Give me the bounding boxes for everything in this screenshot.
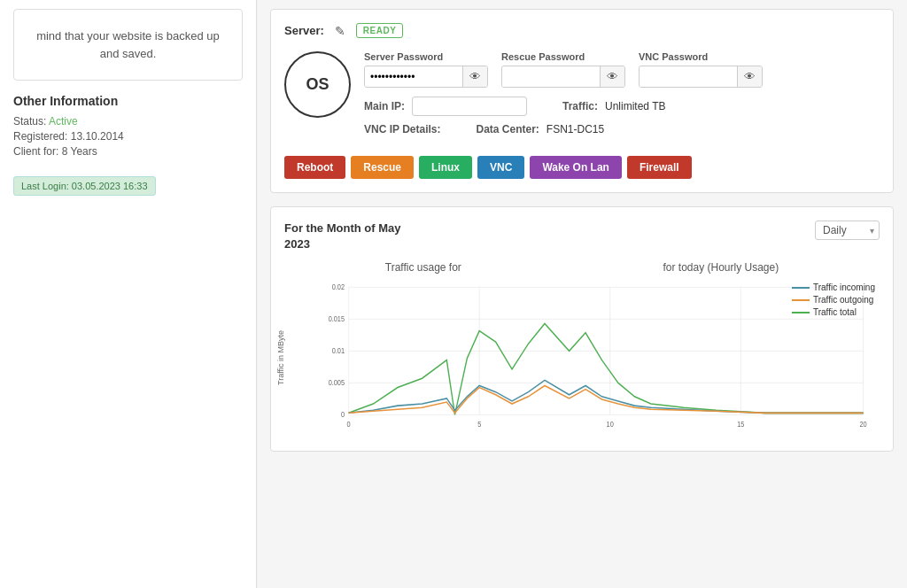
reboot-button[interactable]: Reboot bbox=[284, 156, 345, 179]
datacenter-label: Data Center: bbox=[476, 123, 539, 135]
traffic-value: Unlimited TB bbox=[605, 100, 665, 112]
chart-legend: Traffic incoming Traffic outgoing Traffi… bbox=[792, 282, 875, 320]
vnc-button[interactable]: VNC bbox=[477, 156, 524, 179]
svg-text:5: 5 bbox=[477, 421, 482, 429]
os-icon: OS bbox=[284, 51, 351, 118]
traffic-label: Traffic: bbox=[562, 100, 598, 112]
last-login-badge: Last Login: 03.05.2023 16:33 bbox=[13, 176, 156, 196]
legend-incoming: Traffic incoming bbox=[792, 282, 875, 292]
chart-wrapper: Traffic in MByte 0.02 bbox=[284, 278, 880, 437]
server-label: Server: bbox=[284, 24, 324, 37]
svg-text:0: 0 bbox=[341, 412, 345, 420]
password-fields-row: Server Password 👁 Rescue Password 👁 bbox=[364, 51, 880, 88]
main-ip-item: Main IP: bbox=[364, 97, 527, 116]
period-select[interactable]: Daily Weekly Monthly bbox=[815, 220, 880, 240]
server-password-eye-btn[interactable]: 👁 bbox=[462, 66, 487, 87]
svg-text:0.005: 0.005 bbox=[329, 379, 345, 387]
svg-text:0.02: 0.02 bbox=[332, 283, 345, 291]
registered-value: 13.10.2014 bbox=[71, 130, 124, 143]
server-fields: Server Password 👁 Rescue Password 👁 bbox=[364, 51, 880, 143]
wol-button[interactable]: Wake On Lan bbox=[530, 156, 622, 179]
svg-text:0.01: 0.01 bbox=[332, 347, 345, 355]
registered-label: Registered: bbox=[13, 130, 67, 143]
total-legend-label: Traffic total bbox=[813, 307, 857, 317]
vnc-password-label: VNC Password bbox=[639, 51, 763, 62]
rescue-password-label: Rescue Password bbox=[501, 51, 625, 62]
legend-total: Traffic total bbox=[792, 307, 875, 317]
legend-outgoing: Traffic outgoing bbox=[792, 295, 875, 305]
action-buttons: Reboot Rescue Linux VNC Wake On Lan Fire… bbox=[284, 156, 880, 179]
traffic-item: Traffic: Unlimited TB bbox=[562, 100, 665, 112]
vnc-password-group: VNC Password 👁 bbox=[639, 51, 763, 88]
main-ip-field[interactable] bbox=[412, 97, 527, 116]
svg-text:0: 0 bbox=[347, 421, 352, 429]
client-label: Client for: bbox=[13, 145, 58, 158]
vnc-password-input[interactable] bbox=[640, 67, 737, 87]
other-info-heading: Other Information bbox=[13, 94, 243, 108]
svg-text:20: 20 bbox=[859, 421, 867, 429]
rescue-button[interactable]: Rescue bbox=[351, 156, 414, 179]
total-color-dot bbox=[792, 312, 810, 313]
firewall-button[interactable]: Firewall bbox=[627, 156, 692, 179]
vnc-ip-item: VNC IP Details: bbox=[364, 123, 440, 135]
ready-badge: READY bbox=[356, 23, 404, 38]
datacenter-item: Data Center: FSN1-DC15 bbox=[476, 123, 604, 135]
outgoing-legend-label: Traffic outgoing bbox=[813, 295, 873, 305]
vnc-password-input-wrap: 👁 bbox=[639, 66, 763, 88]
chart-title: For the Month of May 2023 bbox=[284, 220, 400, 252]
incoming-color-dot bbox=[792, 287, 810, 289]
period-select-wrap: Daily Weekly Monthly bbox=[815, 220, 880, 240]
rescue-password-input-wrap: 👁 bbox=[501, 66, 625, 88]
server-details-row: OS Server Password 👁 Rescue Password bbox=[284, 51, 880, 143]
registered-row: Registered: 13.10.2014 bbox=[13, 130, 243, 143]
chart-subtitles: Traffic usage for for today (Hourly Usag… bbox=[284, 261, 880, 274]
svg-text:10: 10 bbox=[607, 421, 615, 429]
chart-card: For the Month of May 2023 Daily Weekly M… bbox=[270, 206, 894, 452]
vnc-password-eye-btn[interactable]: 👁 bbox=[737, 66, 762, 87]
ip-traffic-row: Main IP: Traffic: Unlimited TB bbox=[364, 97, 880, 116]
rescue-password-eye-btn[interactable]: 👁 bbox=[600, 66, 624, 87]
server-password-input-wrap: 👁 bbox=[364, 66, 488, 88]
chart-header: For the Month of May 2023 Daily Weekly M… bbox=[284, 220, 880, 252]
outgoing-color-dot bbox=[792, 299, 810, 301]
status-value: Active bbox=[49, 115, 78, 128]
status-label: Status: bbox=[13, 115, 46, 128]
datacenter-value: FSN1-DC15 bbox=[547, 123, 604, 135]
vnc-ip-label: VNC IP Details: bbox=[364, 123, 440, 135]
main-ip-label: Main IP: bbox=[364, 100, 405, 112]
other-info-section: Other Information Status: Active Registe… bbox=[13, 94, 243, 158]
server-header: Server: ✎ READY bbox=[284, 23, 880, 38]
svg-text:0.015: 0.015 bbox=[329, 315, 345, 323]
edit-icon[interactable]: ✎ bbox=[335, 24, 345, 38]
client-value: 8 Years bbox=[62, 145, 97, 158]
backup-note: mind that your website is backed up and … bbox=[13, 9, 243, 81]
server-password-label: Server Password bbox=[364, 51, 488, 62]
rescue-password-group: Rescue Password 👁 bbox=[501, 51, 625, 88]
server-password-input[interactable] bbox=[365, 67, 462, 87]
client-row: Client for: 8 Years bbox=[13, 145, 243, 158]
incoming-legend-label: Traffic incoming bbox=[813, 282, 875, 292]
server-card: Server: ✎ READY OS Server Password 👁 bbox=[270, 9, 894, 193]
chart-subtitle-right: for today (Hourly Usage) bbox=[663, 261, 779, 274]
main-content: Server: ✎ READY OS Server Password 👁 bbox=[257, 0, 907, 588]
rescue-password-input[interactable] bbox=[502, 67, 600, 87]
server-password-group: Server Password 👁 bbox=[364, 51, 488, 88]
y-axis-label: Traffic in MByte bbox=[276, 330, 285, 385]
vnc-dc-row: VNC IP Details: Data Center: FSN1-DC15 bbox=[364, 123, 880, 135]
chart-subtitle-left: Traffic usage for bbox=[385, 261, 461, 274]
linux-button[interactable]: Linux bbox=[419, 156, 472, 179]
left-panel: mind that your website is backed up and … bbox=[0, 0, 257, 588]
svg-text:15: 15 bbox=[737, 421, 745, 429]
chart-area: 0.02 0.015 0.01 0.005 0 0 5 10 15 20 bbox=[324, 278, 880, 433]
status-row: Status: Active bbox=[13, 115, 243, 128]
